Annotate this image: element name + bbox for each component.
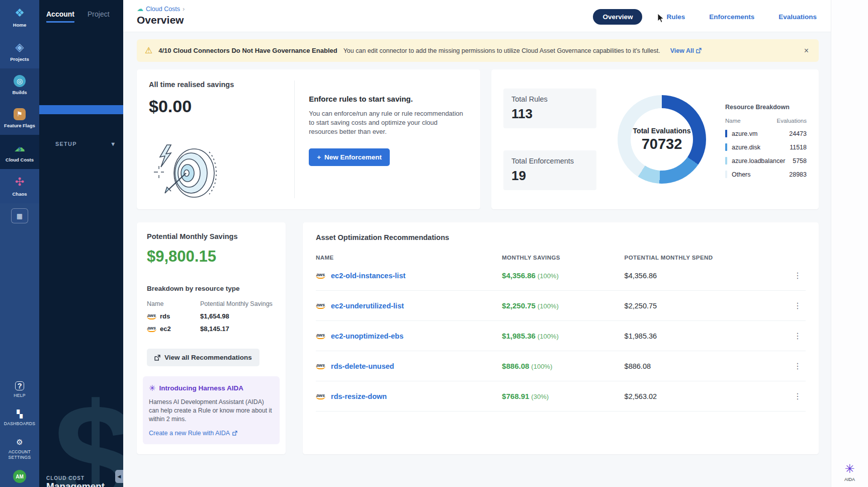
user-avatar[interactable]: AM (13, 470, 26, 483)
account-settings-icon: ⚙ (16, 438, 23, 447)
enforce-rules-promo: Enforce rules to start saving. You can e… (295, 80, 480, 198)
sidebar-item-perspectives[interactable] (39, 42, 123, 51)
col-name: Name (725, 118, 741, 124)
monthly-savings-cell: $4,356.86(100%) (502, 271, 625, 280)
rail-item-builds[interactable]: ◎ Builds (0, 68, 39, 102)
tab-enforcements[interactable]: Enforcements (709, 13, 754, 21)
rail-item-label: ACCOUNT SETTINGS (9, 449, 31, 460)
sidebar-item-commitments[interactable] (39, 78, 123, 87)
sidebar-item-budgets[interactable] (39, 51, 123, 60)
rail-item-projects[interactable]: ◈ Projects (0, 34, 39, 68)
sidebar-footer: $ CLOUD COST Management ◀ (39, 376, 123, 487)
sidebar-item-cluster-orchestrator[interactable] (39, 114, 123, 123)
tab-evaluations[interactable]: Evaluations (778, 13, 817, 21)
aida-flower-icon: ✳ (844, 462, 854, 476)
rail-item-label: Chaos (12, 191, 27, 197)
aws-icon: aws (316, 302, 325, 309)
sidebar-item-asset-governance[interactable] (39, 105, 123, 114)
create-rule-with-aida-link[interactable]: Create a new Rule with AIDA (149, 430, 237, 437)
rail-item-help[interactable]: ? HELP (3, 376, 37, 404)
sidebar-collapse-button[interactable]: ◀ (115, 470, 123, 483)
view-all-link[interactable]: View All (670, 47, 702, 54)
kebab-menu-icon[interactable]: ⋮ (790, 360, 806, 372)
rail-item-cloud-costs[interactable]: ☁$ Cloud Costs (0, 135, 39, 169)
resource-type: rds (160, 312, 170, 320)
total-enforcements-value: 19 (511, 168, 588, 184)
total-rules-label: Total Rules (511, 95, 588, 103)
recommendations-card: Asset Optimization Recommendations NAME … (303, 222, 819, 454)
builds-icon: ◎ (14, 75, 26, 87)
rail-item-label: Home (13, 22, 26, 28)
table-row: aws ec2-underutilized-list $2,250.75(100… (316, 291, 806, 321)
kebab-menu-icon[interactable]: ⋮ (790, 299, 806, 312)
savings-value: $886.08 (502, 362, 529, 370)
rule-link-rds-delete-unused[interactable]: rds-delete-unused (331, 362, 394, 370)
rule-link-ec2-unoptimized-ebs[interactable]: ec2-unoptimized-ebs (331, 332, 403, 340)
enforce-body: You can enforce/run any rule or rule rec… (309, 109, 465, 136)
monthly-spend-cell: $1,985.36 (625, 332, 757, 340)
rule-link-rds-resize-down[interactable]: rds-resize-down (331, 392, 387, 400)
col-evaluations: Evaluations (777, 118, 807, 124)
sidebar-item-anomalies[interactable] (39, 60, 123, 69)
resource-breakdown-header: Name Evaluations (725, 118, 807, 124)
resource-breakdown-row: azure.vm 24473 (725, 130, 807, 137)
potential-savings-value: $9,800.15 (147, 248, 276, 266)
home-icon: ❖ (15, 7, 25, 20)
breadcrumb-link[interactable]: Cloud Costs (146, 6, 180, 13)
setup-section-toggle[interactable]: SETUP ▾ (39, 136, 123, 151)
aida-fab-button[interactable]: ✳ AIDA (844, 462, 855, 482)
rail-item-home[interactable]: ❖ Home (0, 0, 39, 34)
sidebar-menu (39, 33, 123, 123)
rule-link-ec2-old-instances-list[interactable]: ec2-old-instances-list (331, 272, 405, 280)
resource-breakdown-row: azure.disk 11518 (725, 143, 807, 151)
realised-savings-card: All time realised savings $0.00 (137, 69, 480, 209)
rail-item-feature-flags[interactable]: ⚑ Feature Flags (0, 102, 39, 135)
scope-tab-account[interactable]: Account (46, 10, 74, 23)
new-enforcement-button[interactable]: + New Enforcement (309, 148, 390, 166)
rail-bottom-items: ? HELP ▚ DASHBOARDS ⚙ ACCOUNT SETTINGS (3, 376, 37, 466)
chaos-icon: ✣ (15, 176, 24, 189)
aida-flower-icon: ✳ (149, 383, 155, 393)
legend-swatch (725, 130, 727, 137)
rule-link-ec2-underutilized-list[interactable]: ec2-underutilized-list (331, 302, 404, 310)
page-title: Overview (137, 14, 185, 26)
view-all-label: View All (670, 47, 694, 54)
sidebar-item-autostopping-rules[interactable] (39, 87, 123, 96)
tab-rules[interactable]: Rules (666, 13, 685, 21)
potential-savings-card: Potential Monthly Savings $9,800.15 Brea… (137, 222, 286, 454)
view-all-recommendations-button[interactable]: View all Recommendations (147, 349, 259, 366)
rail-item-label: Builds (12, 90, 27, 95)
rail-item-dashboards[interactable]: ▚ DASHBOARDS (3, 404, 37, 432)
sidebar-item-recommendations[interactable] (39, 69, 123, 78)
external-link-icon (232, 431, 237, 436)
rail-item-chaos[interactable]: ✣ Chaos (0, 169, 39, 203)
rail-item-account-settings[interactable]: ⚙ ACCOUNT SETTINGS (3, 432, 37, 466)
col-monthly-savings: MONTHLY SAVINGS (502, 255, 625, 261)
sidebar-item-overview[interactable] (39, 33, 123, 42)
ccm-sidebar: AccountProject SETUP ▾ $ CLOUD COST Mana… (39, 0, 123, 487)
resource-evaluations: 11518 (790, 144, 807, 151)
kebab-menu-icon[interactable]: ⋮ (790, 330, 806, 342)
external-link-icon (154, 355, 160, 361)
rule-name-cell: aws ec2-underutilized-list (316, 302, 502, 310)
aida-body: Harness AI Development Assistant (AIDA) … (149, 398, 274, 424)
help-icon: ? (15, 381, 24, 390)
sidebar-item-bi-dashboards[interactable] (39, 96, 123, 105)
kebab-menu-icon[interactable]: ⋮ (790, 390, 806, 402)
close-icon[interactable]: × (802, 45, 811, 56)
apps-grid-button[interactable]: ▦ (11, 208, 28, 223)
savings-breakdown-row: aws ec2 $8,145.17 (147, 325, 276, 333)
banner-title: 4/10 Cloud Connectors Do Not Have Govern… (158, 47, 337, 54)
monthly-savings-cell: $2,250.75(100%) (502, 301, 625, 310)
monthly-savings-cell: $886.08(100%) (502, 362, 625, 371)
savings-percent: (30%) (531, 393, 549, 400)
col-potential-savings: Potential Monthly Savings (200, 300, 276, 307)
monthly-spend-cell: $2,250.75 (625, 302, 757, 310)
savings-value: $0.00 (149, 97, 282, 116)
tab-overview[interactable]: Overview (593, 9, 642, 25)
kebab-menu-icon[interactable]: ⋮ (790, 269, 806, 282)
resource-name: azure.disk (732, 144, 790, 151)
content-area: ⚠ 4/10 Cloud Connectors Do Not Have Gove… (123, 32, 831, 487)
total-rules-tile: Total Rules 113 (503, 89, 596, 128)
scope-tab-project[interactable]: Project (88, 10, 110, 21)
